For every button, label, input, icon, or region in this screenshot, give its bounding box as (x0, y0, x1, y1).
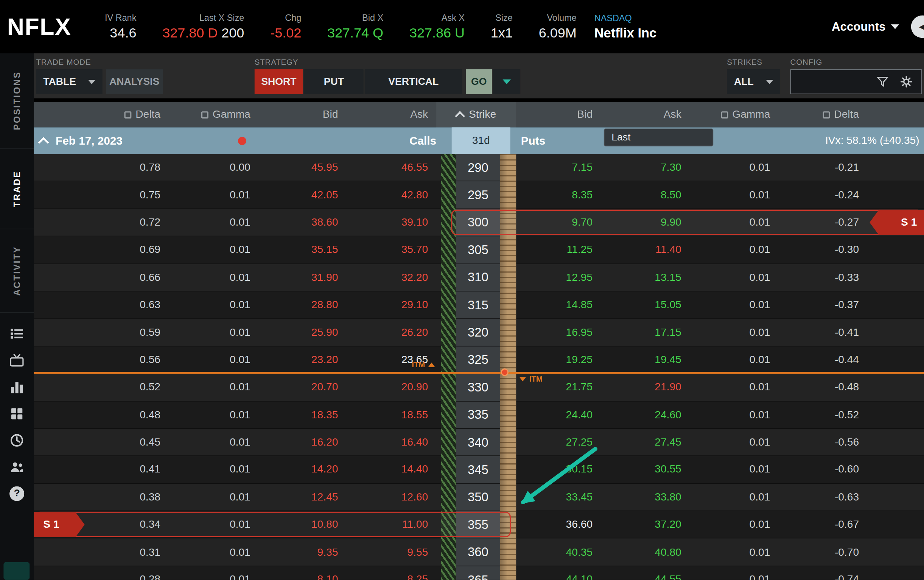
call-ask-cell[interactable]: 42.80 (346, 181, 436, 208)
call-bid-cell[interactable]: 16.20 (259, 429, 347, 456)
tab-activity[interactable]: ACTIVITY (0, 229, 34, 313)
put-bid-cell[interactable]: 12.95 (516, 264, 601, 291)
put-ask-cell[interactable]: 9.90 (601, 209, 690, 236)
put-bid-cell[interactable]: 27.25 (516, 429, 601, 456)
call-bid-cell[interactable]: 45.95 (259, 154, 347, 181)
call-bid-cell[interactable]: 14.20 (259, 456, 347, 483)
call-bid-cell[interactable]: 10.80 (259, 511, 347, 538)
put-bid-cell[interactable]: 44.10 (516, 566, 601, 580)
strike-cell-315[interactable]: 315 (456, 292, 500, 318)
call-ask-cell[interactable]: 26.20 (346, 319, 436, 346)
call-ask-cell[interactable]: 11.00 (346, 511, 436, 538)
last-column-dropdown[interactable]: Last (604, 129, 713, 146)
collapse-panel-icon[interactable]: ◀ (911, 15, 924, 38)
call-ask-cell[interactable]: 9.55 (346, 539, 436, 565)
call-ask-cell[interactable]: 16.40 (346, 429, 436, 456)
call-bid-cell[interactable]: 31.90 (259, 264, 347, 291)
col-head-strike[interactable]: Strike (436, 102, 516, 127)
call-bid-cell[interactable]: 42.05 (259, 181, 347, 208)
strike-cell-325[interactable]: 325 (456, 346, 500, 373)
col-head-call-gamma[interactable]: Gamma (169, 102, 259, 127)
strike-cell-340[interactable]: 340 (456, 429, 500, 456)
put-ask-cell[interactable]: 40.80 (601, 539, 690, 565)
call-ask-cell[interactable]: 14.40 (346, 456, 436, 483)
call-bid-cell[interactable]: 23.20 (259, 346, 347, 373)
put-bid-cell[interactable]: 24.40 (516, 401, 601, 428)
apps-grid-icon[interactable] (9, 406, 25, 421)
settings-gear-icon[interactable] (900, 75, 912, 88)
put-bid-cell[interactable]: 11.25 (516, 237, 601, 264)
position-badge[interactable]: S 1 (34, 512, 85, 537)
accounts-dropdown[interactable]: Accounts (832, 20, 899, 33)
strike-cell-335[interactable]: 335 (456, 401, 500, 428)
put-bid-cell[interactable]: 40.35 (516, 539, 601, 565)
social-people-icon[interactable] (9, 459, 25, 475)
strategy-expand-button[interactable] (493, 69, 520, 94)
strategy-side-button[interactable]: SHORT (255, 69, 303, 94)
position-badge[interactable]: S 1 (870, 209, 924, 235)
call-bid-cell[interactable]: 38.60 (259, 209, 347, 236)
col-head-call-bid[interactable]: Bid (259, 102, 347, 127)
col-head-call-ask[interactable]: Ask (346, 102, 436, 127)
call-ask-cell[interactable]: 35.70 (346, 237, 436, 264)
table-mode-dropdown[interactable]: TABLE (36, 69, 102, 94)
strike-cell-345[interactable]: 345 (456, 456, 500, 483)
put-ask-cell[interactable]: 30.55 (601, 456, 690, 483)
put-bid-cell[interactable]: 16.95 (516, 319, 601, 346)
help-icon[interactable]: ? (9, 486, 25, 501)
col-head-put-ask[interactable]: Ask (601, 102, 690, 127)
put-bid-cell[interactable]: 14.85 (516, 292, 601, 318)
call-ask-cell[interactable]: 20.90 (346, 374, 436, 400)
chevron-up-icon[interactable] (38, 137, 49, 148)
call-bid-cell[interactable]: 9.35 (259, 539, 347, 565)
expiry-row[interactable]: Feb 17, 2023 Calls 31d Puts Last IVx: 58… (34, 127, 924, 154)
call-ask-cell[interactable]: 32.20 (346, 264, 436, 291)
strike-cell-365[interactable]: 365 (456, 566, 500, 580)
call-bid-cell[interactable]: 25.90 (259, 319, 347, 346)
put-ask-cell[interactable]: 44.55 (601, 566, 690, 580)
chat-panel-icon[interactable] (3, 562, 30, 580)
tab-trade[interactable]: TRADE (0, 149, 34, 229)
put-bid-cell[interactable]: 33.45 (516, 484, 601, 511)
call-bid-cell[interactable]: 18.35 (259, 401, 347, 428)
put-ask-cell[interactable]: 15.05 (601, 292, 690, 318)
put-ask-cell[interactable]: 13.15 (601, 264, 690, 291)
strike-cell-310[interactable]: 310 (456, 264, 500, 291)
call-ask-cell[interactable]: 46.55 (346, 154, 436, 181)
analysis-button[interactable]: ANALYSIS (106, 69, 163, 94)
put-ask-cell[interactable]: 11.40 (601, 237, 690, 264)
tab-positions[interactable]: POSITIONS (0, 53, 34, 149)
col-head-put-gamma[interactable]: Gamma (690, 102, 779, 127)
call-bid-cell[interactable]: 20.70 (259, 374, 347, 400)
call-bid-cell[interactable]: 28.80 (259, 292, 347, 318)
call-ask-cell[interactable]: 29.10 (346, 292, 436, 318)
put-ask-cell[interactable]: 27.45 (601, 429, 690, 456)
put-bid-cell[interactable]: 7.15 (516, 154, 601, 181)
call-ask-cell[interactable]: 18.55 (346, 401, 436, 428)
strike-cell-330[interactable]: 330 (456, 374, 500, 400)
video-tv-icon[interactable] (9, 353, 25, 368)
call-bid-cell[interactable]: 8.10 (259, 566, 347, 580)
col-head-put-delta[interactable]: Delta (778, 102, 867, 127)
put-ask-cell[interactable]: 19.45 (601, 346, 690, 373)
put-bid-cell[interactable]: 9.70 (516, 209, 601, 236)
strike-cell-320[interactable]: 320 (456, 319, 500, 346)
strike-cell-300[interactable]: 300 (456, 209, 500, 236)
strikes-dropdown[interactable]: ALL (727, 69, 780, 94)
go-button[interactable]: GO (466, 69, 492, 94)
put-bid-cell[interactable]: 8.35 (516, 181, 601, 208)
filter-icon[interactable] (876, 75, 889, 88)
put-ask-cell[interactable]: 17.15 (601, 319, 690, 346)
bar-chart-icon[interactable] (9, 379, 25, 394)
strike-cell-360[interactable]: 360 (456, 539, 500, 565)
put-ask-cell[interactable]: 7.30 (601, 154, 690, 181)
call-ask-cell[interactable]: 12.60 (346, 484, 436, 511)
col-head-call-delta[interactable]: Delta (34, 102, 169, 127)
history-clock-icon[interactable] (9, 432, 25, 448)
put-bid-cell[interactable]: 30.15 (516, 456, 601, 483)
strike-cell-355[interactable]: 355 (456, 511, 500, 538)
put-ask-cell[interactable]: 33.80 (601, 484, 690, 511)
put-bid-cell[interactable]: 19.25 (516, 346, 601, 373)
strike-cell-305[interactable]: 305 (456, 237, 500, 264)
strategy-shape-button[interactable]: VERTICAL (365, 69, 462, 94)
